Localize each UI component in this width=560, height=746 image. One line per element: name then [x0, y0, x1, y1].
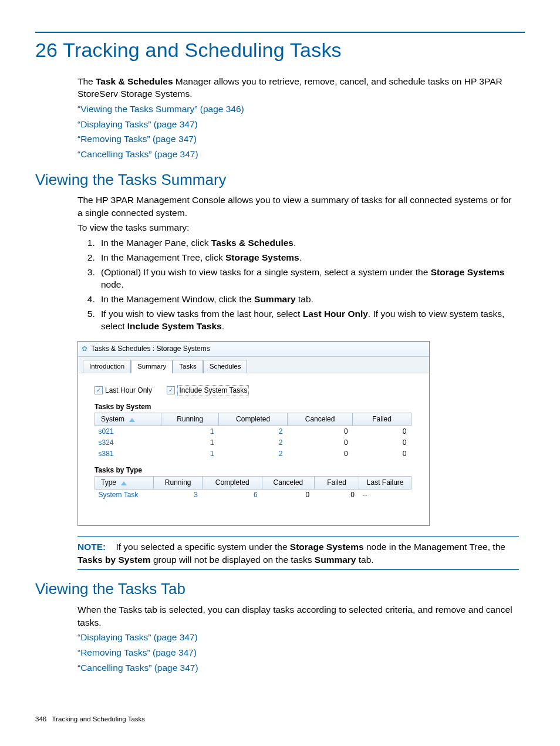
section-viewing-tab: Viewing the Tasks Tab	[35, 578, 525, 599]
xref-cancel-tasks[interactable]: “Cancelling Tasks” (page 347)	[77, 149, 198, 159]
xref-cancel-tasks-2[interactable]: “Cancelling Tasks” (page 347)	[77, 663, 198, 673]
steps-list: In the Manager Pane, click Tasks & Sched…	[77, 237, 519, 333]
tasks-by-system-table: System Running Completed Canceled Failed…	[95, 413, 411, 459]
intro-bold: Task & Schedules	[96, 76, 173, 86]
table-row[interactable]: System Task 3 6 0 0 --	[95, 490, 411, 501]
check-icon: ✓	[167, 386, 175, 394]
chapter-heading: 26 Tracking and Scheduling Tasks	[35, 36, 525, 65]
screenshot-title: Tasks & Schedules : Storage Systems	[91, 344, 210, 354]
col-completed[interactable]: Completed	[203, 477, 262, 490]
table-header-row: Type Running Completed Canceled Failed L…	[95, 477, 411, 490]
tab-tasks[interactable]: Tasks	[173, 360, 203, 373]
step-4: In the Management Window, click the Summ…	[97, 293, 519, 306]
tab-summary[interactable]: Summary	[131, 360, 173, 373]
screenshot-titlebar: ✿ Tasks & Schedules : Storage Systems	[78, 342, 429, 357]
chapter-title: Tracking and Scheduling Tasks	[63, 39, 342, 61]
tab-schedules[interactable]: Schedules	[203, 360, 248, 373]
sort-asc-icon	[121, 481, 127, 485]
step-5: If you wish to view tasks from the last …	[97, 308, 519, 333]
col-running[interactable]: Running	[161, 413, 219, 426]
screenshot-tabs: Introduction Summary Tasks Schedules	[78, 357, 429, 373]
xref-display-tasks[interactable]: “Displaying Tasks” (page 347)	[77, 119, 198, 129]
section2-p1: When the Tasks tab is selected, you can …	[77, 603, 519, 629]
table-header-row: System Running Completed Canceled Failed	[95, 413, 411, 426]
col-failed[interactable]: Failed	[314, 477, 359, 490]
xref-remove-tasks[interactable]: “Removing Tasks” (page 347)	[77, 134, 197, 144]
col-last-failure[interactable]: Last Failure	[359, 477, 411, 490]
col-running[interactable]: Running	[153, 477, 202, 490]
step-3: (Optional) If you wish to view tasks for…	[97, 266, 519, 291]
section-viewing-summary: Viewing the Tasks Summary	[35, 169, 525, 190]
check-icon: ✓	[95, 386, 103, 394]
col-type[interactable]: Type	[95, 477, 154, 490]
note-box: NOTE: If you selected a specific system …	[77, 536, 519, 570]
top-rule	[35, 32, 525, 33]
sort-asc-icon	[129, 418, 135, 422]
chapter-number: 26	[35, 39, 58, 61]
table-row[interactable]: s021 1 2 0 0	[95, 426, 411, 437]
col-canceled[interactable]: Canceled	[287, 413, 352, 426]
gear-icon: ✿	[82, 344, 87, 354]
checkbox-include-system[interactable]: ✓ Include System Tasks	[167, 385, 249, 396]
xref-remove-tasks-2[interactable]: “Removing Tasks” (page 347)	[77, 647, 197, 657]
section1-p2: To view the tasks summary:	[77, 221, 519, 234]
page-number: 346	[35, 715, 46, 723]
footer-label: Tracking and Scheduling Tasks	[52, 715, 146, 723]
tasks-by-type-table: Type Running Completed Canceled Failed L…	[95, 476, 411, 501]
table-row[interactable]: s381 1 2 0 0	[95, 448, 411, 460]
screenshot-panel: ✿ Tasks & Schedules : Storage Systems In…	[77, 341, 430, 526]
note-label: NOTE:	[77, 542, 106, 552]
checkbox-last-hour[interactable]: ✓ Last Hour Only	[95, 386, 152, 396]
col-canceled[interactable]: Canceled	[262, 477, 315, 490]
xref-display-tasks-2[interactable]: “Displaying Tasks” (page 347)	[77, 632, 198, 642]
tab-introduction[interactable]: Introduction	[83, 360, 131, 373]
section1-p1: The HP 3PAR Management Console allows yo…	[77, 194, 519, 219]
col-system[interactable]: System	[95, 413, 161, 426]
col-completed[interactable]: Completed	[219, 413, 288, 426]
page-footer: 346 Tracking and Scheduling Tasks	[35, 714, 145, 724]
col-failed[interactable]: Failed	[353, 413, 411, 426]
intro-paragraph: The Task & Schedules Manager allows you …	[77, 75, 519, 100]
step-1: In the Manager Pane, click Tasks & Sched…	[97, 237, 519, 249]
tasks-by-system-heading: Tasks by System	[95, 402, 419, 412]
xref-view-summary[interactable]: “Viewing the Tasks Summary” (page 346)	[77, 104, 244, 114]
tasks-by-type-heading: Tasks by Type	[95, 465, 419, 475]
table-row[interactable]: s324 1 2 0 0	[95, 437, 411, 448]
step-2: In the Management Tree, click Storage Sy…	[97, 251, 519, 264]
